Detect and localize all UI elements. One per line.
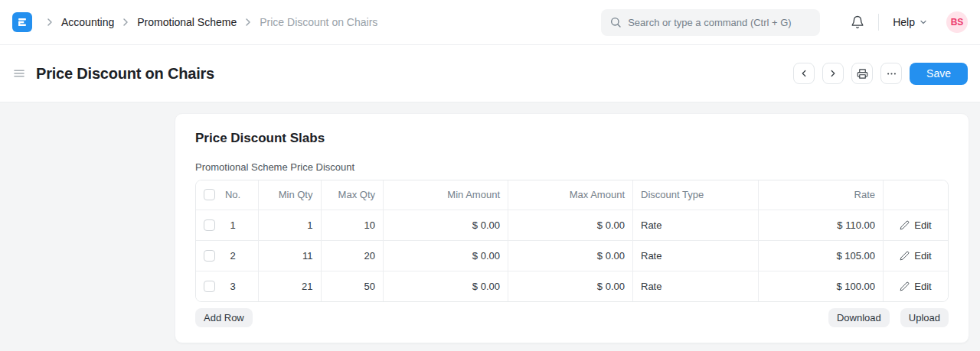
page-title: Price Discount on Chairs — [36, 65, 214, 83]
breadcrumb-current: Price Discount on Chairs — [260, 16, 377, 28]
search-icon — [609, 16, 622, 28]
chevron-down-icon — [919, 18, 928, 27]
pencil-icon — [900, 251, 910, 261]
cell-rate[interactable]: $ 110.00 — [758, 210, 883, 240]
grid-field-label: Promotional Scheme Price Discount — [195, 161, 949, 173]
cell-max-amount[interactable]: $ 0.00 — [508, 240, 633, 271]
table-row: 1 1 10 $ 0.00 $ 0.00 Rate $ 110.00 — [196, 210, 948, 240]
table-row: 2 11 20 $ 0.00 $ 0.00 Rate $ 105.00 — [196, 240, 948, 271]
cell-min-amount[interactable]: $ 0.00 — [384, 240, 508, 271]
column-header-min-amount: Min Amount — [384, 180, 508, 210]
chevron-right-icon — [242, 16, 254, 28]
pencil-icon — [900, 281, 910, 291]
column-header-min-qty: Min Qty — [259, 180, 322, 210]
row-index: 3 — [215, 281, 250, 292]
row-checkbox[interactable] — [204, 219, 215, 231]
printer-icon — [857, 68, 868, 80]
erpnext-logo-icon — [16, 16, 28, 28]
avatar-initials: BS — [951, 17, 964, 28]
edit-label: Edit — [914, 281, 931, 292]
row-index: 1 — [215, 219, 250, 231]
global-search[interactable] — [601, 9, 820, 36]
help-label: Help — [893, 16, 915, 28]
menu-icon — [12, 67, 26, 80]
download-button[interactable]: Download — [828, 308, 890, 327]
upload-button[interactable]: Upload — [900, 308, 949, 327]
grid-header-row: No. Min Qty Max Qty Min Amount Max Amoun… — [196, 180, 948, 210]
chevron-right-icon — [119, 16, 132, 28]
ellipsis-icon — [886, 68, 897, 80]
edit-row-button[interactable]: Edit — [897, 279, 934, 294]
user-avatar[interactable]: BS — [946, 11, 968, 33]
bell-icon — [851, 15, 864, 29]
more-options-button[interactable] — [880, 63, 902, 84]
sidebar-toggle-button[interactable] — [12, 67, 26, 80]
next-document-button[interactable] — [822, 63, 844, 84]
cell-max-qty[interactable]: 10 — [321, 210, 384, 240]
cell-min-amount[interactable]: $ 0.00 — [384, 210, 508, 240]
chevron-left-icon — [799, 68, 809, 79]
cell-discount-type[interactable]: Rate — [633, 240, 759, 271]
breadcrumb-promotional-scheme[interactable]: Promotional Scheme — [137, 16, 237, 28]
pencil-icon — [900, 220, 910, 230]
cell-min-qty[interactable]: 21 — [259, 271, 322, 301]
edit-label: Edit — [914, 219, 931, 231]
row-index: 2 — [215, 250, 250, 262]
price-discount-grid: No. Min Qty Max Qty Min Amount Max Amoun… — [195, 180, 949, 302]
cell-max-qty[interactable]: 50 — [321, 271, 384, 301]
row-checkbox[interactable] — [204, 281, 215, 292]
cell-rate[interactable]: $ 100.00 — [758, 271, 883, 301]
add-row-button[interactable]: Add Row — [195, 308, 253, 327]
edit-row-button[interactable]: Edit — [897, 249, 934, 263]
price-discount-slabs-card: Price Discount Slabs Promotional Scheme … — [175, 113, 969, 343]
breadcrumb-accounting[interactable]: Accounting — [61, 16, 114, 28]
edit-label: Edit — [914, 250, 931, 262]
edit-row-button[interactable]: Edit — [897, 218, 934, 232]
cell-max-amount[interactable]: $ 0.00 — [508, 271, 633, 301]
print-button[interactable] — [851, 63, 873, 84]
row-checkbox[interactable] — [204, 250, 215, 262]
app-logo[interactable] — [12, 12, 32, 32]
cell-max-qty[interactable]: 20 — [321, 240, 384, 271]
grid-footer: Add Row Download Upload — [195, 308, 949, 327]
page-header-actions: Save — [793, 63, 968, 85]
cell-min-amount[interactable]: $ 0.00 — [384, 271, 508, 301]
column-header-max-amount: Max Amount — [508, 180, 633, 210]
top-navbar: Accounting Promotional Scheme Price Disc… — [0, 0, 980, 45]
column-header-no: No. — [215, 189, 250, 200]
column-header-discount-type: Discount Type — [633, 180, 759, 210]
search-input[interactable] — [628, 17, 812, 28]
cell-discount-type[interactable]: Rate — [633, 210, 759, 240]
chevron-right-icon — [44, 16, 56, 28]
navbar-right: Help BS — [601, 9, 968, 36]
help-menu-button[interactable]: Help — [893, 16, 928, 28]
page-header: Price Discount on Chairs Save — [0, 45, 980, 102]
column-header-max-qty: Max Qty — [321, 180, 384, 210]
chevron-right-icon — [828, 68, 838, 79]
cell-min-qty[interactable]: 1 — [259, 210, 322, 240]
table-row: 3 21 50 $ 0.00 $ 0.00 Rate $ 100.00 — [196, 271, 948, 301]
breadcrumb: Accounting Promotional Scheme Price Disc… — [38, 16, 377, 28]
cell-rate[interactable]: $ 105.00 — [758, 240, 883, 271]
select-all-checkbox[interactable] — [204, 189, 215, 200]
navbar-divider — [878, 14, 879, 31]
column-header-rate: Rate — [758, 180, 883, 210]
column-header-edit — [883, 180, 948, 210]
cell-max-amount[interactable]: $ 0.00 — [508, 210, 633, 240]
cell-min-qty[interactable]: 11 — [259, 240, 322, 271]
page-content: Price Discount Slabs Promotional Scheme … — [0, 102, 980, 343]
save-button[interactable]: Save — [910, 63, 968, 85]
notifications-button[interactable] — [851, 15, 864, 29]
cell-discount-type[interactable]: Rate — [633, 271, 759, 301]
section-title: Price Discount Slabs — [195, 131, 949, 146]
previous-document-button[interactable] — [793, 63, 815, 84]
